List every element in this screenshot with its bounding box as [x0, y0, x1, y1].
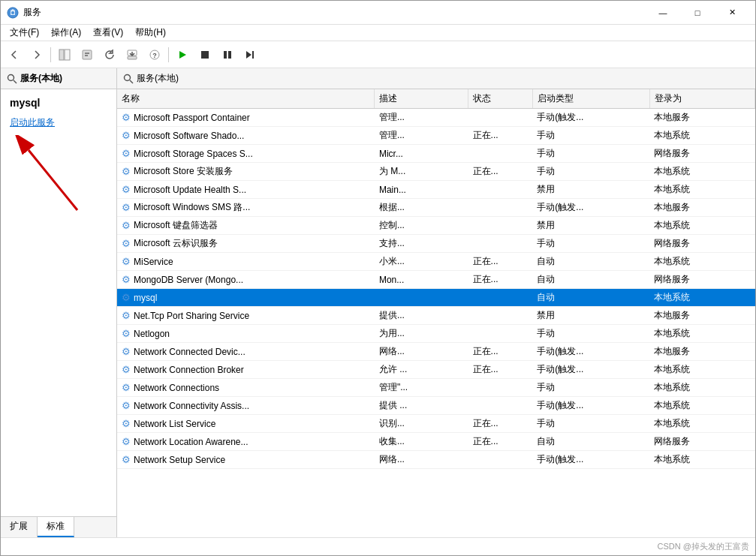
- service-startup-cell: 手动(触发...: [532, 397, 649, 415]
- service-desc-cell: 小米...: [375, 253, 468, 271]
- table-row[interactable]: ⚙ MongoDB Server (Mongo...Mon...正在...自动网…: [117, 271, 755, 289]
- window-title: 服务: [23, 6, 41, 19]
- table-row[interactable]: ⚙ Network Connection Broker允许 ...正在...手动…: [117, 361, 755, 379]
- service-desc-cell: 根据...: [375, 199, 468, 217]
- service-status-cell: 正在...: [468, 127, 533, 145]
- service-desc-cell: 提供 ...: [375, 397, 468, 415]
- service-name-cell: ⚙ Network Location Awarene...: [117, 433, 375, 451]
- menu-file[interactable]: 文件(F): [4, 25, 45, 41]
- table-row[interactable]: ⚙ Network Connections管理"...手动本地系统: [117, 379, 755, 397]
- service-login-cell: 网络服务: [649, 235, 754, 253]
- service-desc-cell: 提供...: [375, 307, 468, 325]
- service-status-cell: [468, 307, 533, 325]
- service-startup-cell: 手动: [532, 325, 649, 343]
- table-row[interactable]: ⚙ Network Setup Service网络...手动(触发...本地系统: [117, 451, 755, 469]
- svg-line-19: [14, 80, 17, 83]
- table-row[interactable]: ⚙ Netlogon为用...手动本地系统: [117, 325, 755, 343]
- start-service-link[interactable]: 启动此服务: [10, 117, 55, 128]
- back-button[interactable]: [4, 44, 25, 65]
- service-startup-cell: 禁用: [532, 217, 649, 235]
- service-status-cell: [468, 397, 533, 415]
- service-name-cell: ⚙ Microsoft 键盘筛选器: [117, 217, 375, 235]
- service-desc-cell: 网络...: [375, 451, 468, 469]
- title-bar: 服务 — □ ✕: [1, 1, 755, 25]
- table-row[interactable]: ⚙ Microsoft 云标识服务支持...手动网络服务: [117, 235, 755, 253]
- table-row[interactable]: ⚙ Microsoft Windows SMS 路...根据...手动(触发..…: [117, 199, 755, 217]
- table-row[interactable]: ⚙ Network Connected Devic...网络...正在...手动…: [117, 343, 755, 361]
- service-name-cell: ⚙ MiService: [117, 253, 375, 271]
- service-startup-cell: 手动(触发...: [532, 343, 649, 361]
- service-status-cell: 正在...: [468, 253, 533, 271]
- service-desc-cell: [375, 289, 468, 307]
- service-name-cell: ⚙ Netlogon: [117, 325, 375, 343]
- table-row[interactable]: ⚙ Network Location Awarene...收集...正在...自…: [117, 433, 755, 451]
- service-status-cell: [468, 289, 533, 307]
- tab-expand[interactable]: 扩展: [1, 517, 38, 537]
- service-name-cell: ⚙ Network Connectivity Assis...: [117, 397, 375, 415]
- svg-text:?: ?: [152, 52, 157, 59]
- service-login-cell: 本地系统: [649, 451, 754, 469]
- service-login-cell: 本地系统: [649, 127, 754, 145]
- col-desc: 描述: [375, 89, 468, 109]
- services-table-container[interactable]: 名称 描述 状态 启动类型 登录为 ⚙ Microsoft Passport C…: [117, 89, 755, 537]
- table-row[interactable]: ⚙ Microsoft 键盘筛选器控制...禁用本地系统: [117, 217, 755, 235]
- service-login-cell: 本地系统: [649, 289, 754, 307]
- service-name-cell: ⚙ Network List Service: [117, 415, 375, 433]
- play-button[interactable]: [172, 44, 193, 65]
- refresh-button[interactable]: [99, 44, 120, 65]
- forward-button[interactable]: [26, 44, 47, 65]
- service-startup-cell: 禁用: [532, 181, 649, 199]
- maximize-button[interactable]: □: [680, 1, 715, 25]
- export-button[interactable]: [122, 44, 143, 65]
- help-button[interactable]: ?: [144, 44, 165, 65]
- svg-line-23: [130, 80, 133, 83]
- col-name: 名称: [117, 89, 375, 109]
- service-desc-cell: 为用...: [375, 325, 468, 343]
- col-startup: 启动类型: [532, 89, 649, 109]
- service-desc-cell: 网络...: [375, 343, 468, 361]
- table-header-row: 名称 描述 状态 启动类型 登录为: [117, 89, 755, 109]
- service-login-cell: 本地系统: [649, 181, 754, 199]
- service-status-cell: [468, 181, 533, 199]
- stop-button[interactable]: [194, 44, 215, 65]
- close-button[interactable]: ✕: [715, 1, 749, 25]
- service-name-cell: ⚙ Microsoft 云标识服务: [117, 235, 375, 253]
- menu-help[interactable]: 帮助(H): [129, 25, 172, 41]
- menu-action[interactable]: 操作(A): [45, 25, 87, 41]
- svg-point-22: [125, 74, 131, 80]
- tab-standard[interactable]: 标准: [38, 517, 74, 537]
- service-name-cell: ⚙ Network Connections: [117, 379, 375, 397]
- table-row[interactable]: ⚙ mysql自动本地系统: [117, 289, 755, 307]
- restart-button[interactable]: [239, 44, 261, 65]
- properties-button[interactable]: [77, 44, 98, 65]
- svg-marker-16: [246, 51, 251, 59]
- show-hide-tree-button[interactable]: [54, 44, 75, 65]
- service-login-cell: 本地系统: [649, 253, 754, 271]
- table-row[interactable]: ⚙ Microsoft Storage Spaces S...Micr...手动…: [117, 145, 755, 163]
- service-status-cell: [468, 325, 533, 343]
- pause-button[interactable]: [217, 44, 238, 65]
- service-desc-cell: Micr...: [375, 145, 468, 163]
- app-icon: [7, 7, 19, 19]
- table-row[interactable]: ⚙ Network List Service识别...正在...手动本地系统: [117, 415, 755, 433]
- minimize-button[interactable]: —: [646, 1, 680, 25]
- menu-view[interactable]: 查看(V): [87, 25, 129, 41]
- service-startup-cell: 自动: [532, 253, 649, 271]
- table-row[interactable]: ⚙ Microsoft Passport Container管理...手动(触发…: [117, 109, 755, 127]
- service-desc-cell: 收集...: [375, 433, 468, 451]
- table-row[interactable]: ⚙ Microsoft Store 安装服务为 M...正在...手动本地系统: [117, 163, 755, 181]
- service-login-cell: 本地系统: [649, 325, 754, 343]
- service-startup-cell: 手动: [532, 415, 649, 433]
- sidebar-header: 服务(本地): [1, 68, 116, 89]
- table-row[interactable]: ⚙ Microsoft Update Health S...Main...禁用本…: [117, 181, 755, 199]
- service-name-cell: ⚙ Microsoft Passport Container: [117, 109, 375, 127]
- table-row[interactable]: ⚙ Net.Tcp Port Sharing Service提供...禁用本地服…: [117, 307, 755, 325]
- table-row[interactable]: ⚙ Network Connectivity Assis...提供 ...手动(…: [117, 397, 755, 415]
- table-row[interactable]: ⚙ MiService小米...正在...自动本地系统: [117, 253, 755, 271]
- service-startup-cell: 手动(触发...: [532, 109, 649, 127]
- table-row[interactable]: ⚙ Microsoft Software Shado...管理...正在...手…: [117, 127, 755, 145]
- services-table: 名称 描述 状态 启动类型 登录为 ⚙ Microsoft Passport C…: [117, 89, 755, 469]
- service-login-cell: 本地服务: [649, 343, 754, 361]
- service-name-cell: ⚙ Microsoft Software Shado...: [117, 127, 375, 145]
- svg-rect-2: [59, 50, 64, 60]
